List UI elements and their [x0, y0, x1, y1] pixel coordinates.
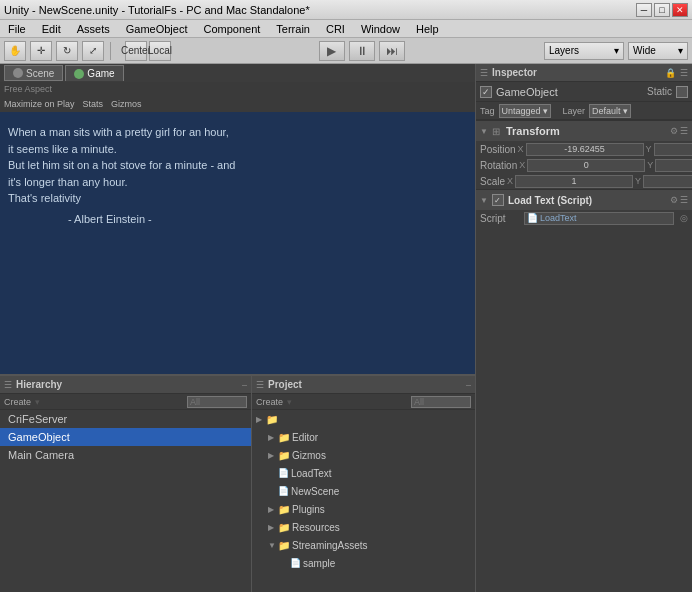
project-panel: ☰ Project – Create ▾ ▶ 📁 ▶ — [252, 374, 475, 592]
rotate-tool-button[interactable]: ↻ — [56, 41, 78, 61]
transform-menu-button[interactable]: ☰ — [680, 126, 688, 136]
gameobject-active-checkbox[interactable]: ✓ — [480, 86, 492, 98]
project-create-button[interactable]: Create — [256, 397, 283, 407]
free-aspect-bar: Free Aspect — [0, 82, 475, 96]
toolbar-center-group: Center Local — [125, 41, 171, 61]
transform-settings-button[interactable]: ⚙ — [670, 126, 678, 136]
scale-tool-button[interactable]: ⤢ — [82, 41, 104, 61]
script-ref-field[interactable]: 📄 LoadText — [524, 212, 674, 225]
static-checkbox[interactable] — [676, 86, 688, 98]
position-label: Position — [480, 144, 516, 155]
project-item-gizmos[interactable]: ▶ 📁 Gizmos — [252, 446, 475, 464]
transform-scale-row: Scale X Y Z — [476, 173, 692, 189]
hierarchy-create-button[interactable]: Create — [4, 397, 31, 407]
menu-component[interactable]: Component — [199, 22, 264, 36]
hierarchy-toolbar: Create ▾ — [0, 394, 251, 410]
menu-help[interactable]: Help — [412, 22, 443, 36]
rotation-y-input[interactable] — [655, 159, 692, 172]
expand-icon: ▶ — [256, 415, 264, 424]
script-menu-button[interactable]: ☰ — [680, 195, 688, 205]
hierarchy-item-maincamera[interactable]: Main Camera — [0, 446, 251, 464]
expand-icon: ▶ — [268, 505, 276, 514]
close-button[interactable]: ✕ — [672, 3, 688, 17]
layout-dropdown[interactable]: Wide ▾ — [628, 42, 688, 60]
title-controls: ─ □ ✕ — [636, 3, 688, 17]
inspector-panel: ☰ Inspector 🔒 ☰ ✓ GameObject Static Tag … — [475, 64, 692, 592]
script-header[interactable]: ▼ ✓ Load Text (Script) ⚙ ☰ — [476, 190, 692, 210]
expand-icon: ▼ — [268, 541, 276, 550]
menu-assets[interactable]: Assets — [73, 22, 114, 36]
pause-button[interactable]: ⏸ — [349, 41, 375, 61]
project-item-streamingassets[interactable]: ▼ 📁 StreamingAssets — [252, 536, 475, 554]
maximize-play-button[interactable]: Maximize on Play — [4, 99, 75, 109]
project-item-loadtext[interactable]: ▶ 📄 LoadText — [252, 464, 475, 482]
project-item-resources[interactable]: ▶ 📁 Resources — [252, 518, 475, 536]
project-root[interactable]: ▶ 📁 — [252, 410, 475, 428]
project-item-newscene[interactable]: ▶ 📄 NewScene — [252, 482, 475, 500]
file-icon: 📄 — [278, 486, 289, 496]
project-item-sample[interactable]: ▶ 📄 sample — [252, 554, 475, 572]
hierarchy-item-gameobject[interactable]: GameObject — [0, 428, 251, 446]
y-axis-label: Y — [646, 144, 652, 154]
play-button[interactable]: ▶ — [319, 41, 345, 61]
x-axis-label: X — [518, 144, 524, 154]
project-title: Project — [268, 379, 302, 390]
inspector-lock-button[interactable]: 🔒 — [665, 68, 676, 78]
inspector-menu-button[interactable]: ☰ — [680, 68, 688, 78]
local-button[interactable]: Local — [149, 41, 171, 61]
script-select-button[interactable]: ◎ — [680, 213, 688, 223]
hierarchy-header: ☰ Hierarchy – — [0, 376, 251, 394]
inspector-title: Inspector — [492, 67, 537, 78]
hierarchy-item-crifeserver[interactable]: CriFeServer — [0, 410, 251, 428]
hierarchy-panel: ☰ Hierarchy – Create ▾ CriFeServer GameO… — [0, 374, 252, 592]
layers-dropdown[interactable]: Layers ▾ — [544, 42, 624, 60]
game-icon — [74, 69, 84, 79]
hand-tool-button[interactable]: ✋ — [4, 41, 26, 61]
inspector-panel-icon: ☰ — [480, 68, 488, 78]
stats-button[interactable]: Stats — [83, 99, 104, 109]
folder-icon: 📁 — [278, 432, 290, 443]
menu-gameobject[interactable]: GameObject — [122, 22, 192, 36]
transform-position-row: Position X Y Z — [476, 141, 692, 157]
scale-y-input[interactable] — [643, 175, 692, 188]
left-panel: Scene Game Free Aspect Maximize on Play … — [0, 64, 475, 592]
script-active-checkbox[interactable]: ✓ — [492, 194, 504, 206]
position-y-input[interactable] — [654, 143, 692, 156]
tag-dropdown[interactable]: Untagged ▾ — [499, 104, 551, 118]
project-item-editor[interactable]: ▶ 📁 Editor — [252, 428, 475, 446]
menu-edit[interactable]: Edit — [38, 22, 65, 36]
script-field-row: Script 📄 LoadText ◎ — [476, 210, 692, 226]
tab-scene[interactable]: Scene — [4, 65, 63, 81]
menu-terrain[interactable]: Terrain — [272, 22, 314, 36]
transform-header[interactable]: ▼ ⊞ Transform ⚙ ☰ — [476, 121, 692, 141]
scale-x-input[interactable] — [515, 175, 633, 188]
menu-file[interactable]: File — [4, 22, 30, 36]
hierarchy-collapse-button[interactable]: – — [242, 380, 247, 390]
project-search-input[interactable] — [411, 396, 471, 408]
hierarchy-search-input[interactable] — [187, 396, 247, 408]
gizmos-button[interactable]: Gizmos — [111, 99, 142, 109]
transform-settings: ⚙ ☰ — [670, 126, 688, 136]
sy-axis-label: Y — [635, 176, 641, 186]
minimize-button[interactable]: ─ — [636, 3, 652, 17]
menu-cri[interactable]: CRI — [322, 22, 349, 36]
project-item-plugins[interactable]: ▶ 📁 Plugins — [252, 500, 475, 518]
rotation-x-input[interactable] — [527, 159, 645, 172]
hierarchy-icon: ☰ — [4, 380, 12, 390]
project-header: ☰ Project – — [252, 376, 475, 394]
menu-window[interactable]: Window — [357, 22, 404, 36]
gameobject-name: GameObject — [496, 86, 643, 98]
step-button[interactable]: ⏭ — [379, 41, 405, 61]
maximize-button[interactable]: □ — [654, 3, 670, 17]
project-collapse-button[interactable]: – — [466, 380, 471, 390]
transform-icon: ⊞ — [492, 126, 500, 137]
game-view: Free Aspect Maximize on Play Stats Gizmo… — [0, 82, 475, 374]
position-x-input[interactable] — [526, 143, 644, 156]
center-button[interactable]: Center — [125, 41, 147, 61]
tab-game[interactable]: Game — [65, 65, 123, 81]
transform-expand-icon: ▼ — [480, 127, 488, 136]
script-settings-button[interactable]: ⚙ — [670, 195, 678, 205]
move-tool-button[interactable]: ✛ — [30, 41, 52, 61]
expand-icon: ▶ — [268, 433, 276, 442]
layer-dropdown[interactable]: Default ▾ — [589, 104, 631, 118]
